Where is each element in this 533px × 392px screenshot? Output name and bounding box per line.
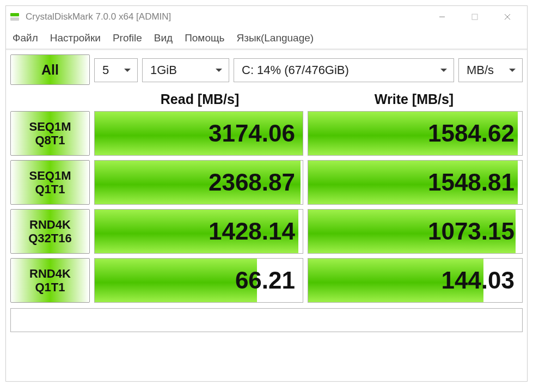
run-all-button[interactable]: All [10, 54, 90, 85]
unit-select[interactable]: MB/s [458, 58, 523, 82]
titlebar: CrystalDiskMark 7.0.0 x64 [ADMIN] [6, 6, 527, 28]
drive-value: C: 14% (67/476GiB) [242, 63, 349, 77]
progress-bar [95, 259, 257, 302]
menubar: Файл Настройки Profile Вид Помощь Язык(L… [6, 28, 527, 48]
maximize-button[interactable] [458, 6, 491, 28]
menu-file[interactable]: Файл [13, 32, 38, 44]
test-label-line2: Q32T16 [28, 231, 72, 245]
test-label-line1: SEQ1M [29, 169, 71, 182]
result-row: RND4KQ1T166.21144.03 [10, 258, 523, 303]
read-value: 66.21 [235, 267, 295, 294]
write-value-cell: 144.03 [308, 258, 523, 303]
chevron-down-icon [216, 69, 222, 72]
menu-language[interactable]: Язык(Language) [237, 32, 314, 44]
write-value: 1548.81 [428, 169, 514, 196]
write-value-cell: 1584.62 [308, 111, 523, 156]
result-row: SEQ1MQ1T12368.871548.81 [10, 160, 523, 205]
write-value: 144.03 [441, 267, 514, 294]
app-window: CrystalDiskMark 7.0.0 x64 [ADMIN] Файл Н… [5, 5, 528, 382]
svg-rect-1 [10, 17, 19, 21]
column-headers: Read [MB/s] Write [MB/s] [10, 87, 523, 111]
read-value-cell: 1428.14 [94, 209, 303, 254]
status-bar [10, 308, 523, 332]
write-value-cell: 1073.15 [308, 209, 523, 254]
header-spacer [10, 87, 94, 111]
test-label-line1: RND4K [29, 267, 71, 280]
test-count-value: 5 [102, 63, 109, 77]
drive-select[interactable]: C: 14% (67/476GiB) [234, 58, 454, 82]
read-value: 1428.14 [209, 218, 295, 245]
chevron-down-icon [124, 69, 131, 72]
write-value-cell: 1548.81 [308, 160, 523, 205]
result-row: SEQ1MQ8T13174.061584.62 [10, 111, 523, 156]
read-value-cell: 66.21 [94, 258, 303, 303]
menu-help[interactable]: Помощь [185, 32, 224, 44]
test-label-line2: Q1T1 [35, 280, 65, 294]
read-header: Read [MB/s] [94, 87, 305, 111]
top-controls: All 5 1GiB C: 14% (67/476GiB) MB/s [10, 54, 523, 86]
test-label-line1: SEQ1M [29, 120, 71, 133]
menu-profile[interactable]: Profile [113, 32, 142, 44]
test-label-line2: Q8T1 [35, 133, 65, 147]
read-value: 2368.87 [209, 169, 295, 196]
svg-rect-3 [472, 14, 477, 20]
write-value: 1073.15 [428, 218, 514, 245]
test-button-rnd4k-q32t16[interactable]: RND4KQ32T16 [10, 209, 90, 254]
window-controls [426, 6, 524, 28]
app-icon [9, 11, 20, 22]
chevron-down-icon [440, 69, 447, 72]
content: All 5 1GiB C: 14% (67/476GiB) MB/s Read … [6, 48, 527, 381]
test-count-select[interactable]: 5 [94, 58, 138, 82]
test-size-select[interactable]: 1GiB [142, 58, 229, 82]
write-header: Write [MB/s] [305, 87, 523, 111]
read-value-cell: 2368.87 [94, 160, 303, 205]
menu-settings[interactable]: Настройки [50, 32, 101, 44]
minimize-button[interactable] [426, 6, 458, 28]
unit-value: MB/s [467, 63, 494, 77]
close-button[interactable] [491, 6, 524, 28]
test-label-line2: Q1T1 [35, 182, 65, 196]
test-label-line1: RND4K [29, 218, 71, 231]
chevron-down-icon [509, 69, 516, 72]
result-row: RND4KQ32T161428.141073.15 [10, 209, 523, 254]
test-button-seq1m-q1t1[interactable]: SEQ1MQ1T1 [10, 160, 90, 205]
window-title: CrystalDiskMark 7.0.0 x64 [ADMIN] [26, 11, 426, 22]
test-button-seq1m-q8t1[interactable]: SEQ1MQ8T1 [10, 111, 90, 156]
results-grid: SEQ1MQ8T13174.061584.62SEQ1MQ1T12368.871… [10, 111, 523, 303]
write-value: 1584.62 [428, 120, 514, 147]
test-button-rnd4k-q1t1[interactable]: RND4KQ1T1 [10, 258, 90, 303]
menu-view[interactable]: Вид [154, 32, 173, 44]
test-size-value: 1GiB [150, 63, 177, 77]
read-value-cell: 3174.06 [94, 111, 303, 156]
read-value: 3174.06 [209, 120, 295, 147]
svg-rect-0 [10, 13, 19, 16]
